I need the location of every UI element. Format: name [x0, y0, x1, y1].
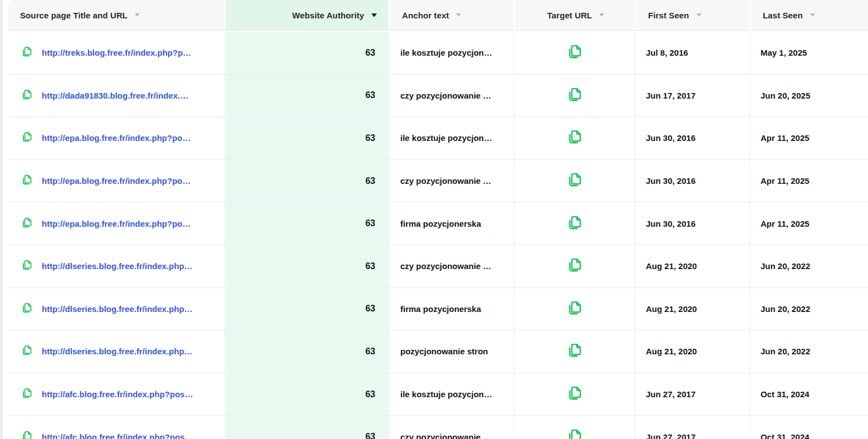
copy-source-url-button[interactable] — [21, 430, 33, 439]
first-seen-cell: Aug 21, 2020 — [635, 288, 749, 330]
copy-source-url-button[interactable] — [21, 217, 33, 231]
copy-pages-icon — [21, 131, 33, 145]
sort-arrow-icon-active — [371, 13, 377, 18]
source-url-cell: http://epa.blog.free.fr/index.php?po… — [8, 160, 224, 202]
table-body: http://treks.blog.free.fr/index.php?p… 6… — [8, 32, 868, 439]
copy-target-url-button[interactable] — [567, 385, 583, 403]
anchor-text-cell: firma pozycjonerska — [389, 288, 514, 330]
column-header-label: Website Authority — [292, 11, 364, 20]
sort-arrow-icon — [810, 13, 816, 17]
target-url-cell — [514, 75, 635, 117]
copy-pages-icon — [567, 129, 583, 147]
table-row: http://epa.blog.free.fr/index.php?po… 63… — [8, 117, 868, 160]
copy-target-url-button[interactable] — [567, 86, 583, 105]
first-seen-value: Jun 30, 2016 — [646, 133, 695, 143]
anchor-text-value: ile kosztuje pozycjon… — [400, 133, 492, 143]
website-authority-cell: 63 — [224, 288, 389, 330]
copy-source-url-button[interactable] — [21, 259, 33, 273]
anchor-text-cell: ile kosztuje pozycjon… — [389, 117, 514, 159]
table-row: http://epa.blog.free.fr/index.php?po… 63… — [8, 202, 868, 245]
column-header-label: Target URL — [547, 11, 592, 20]
website-authority-cell: 63 — [224, 117, 389, 159]
last-seen-cell: Apr 11, 2025 — [749, 160, 868, 202]
first-seen-cell: Jun 27, 2017 — [635, 416, 749, 439]
website-authority-cell: 63 — [224, 373, 389, 416]
column-header-first-seen[interactable]: First Seen — [635, 0, 749, 31]
copy-target-url-button[interactable] — [567, 428, 583, 439]
column-header-label: Last Seen — [763, 11, 803, 20]
first-seen-cell: Aug 21, 2020 — [635, 245, 749, 287]
anchor-text-value: czy pozycjonowanie … — [400, 176, 491, 186]
source-url-link[interactable]: http://dlseries.blog.free.fr/index.php… — [42, 261, 193, 271]
copy-pages-icon — [21, 174, 33, 188]
copy-target-url-button[interactable] — [567, 342, 583, 360]
source-url-link[interactable]: http://afc.blog.free.fr/index.php?pos… — [42, 432, 193, 439]
source-url-cell: http://dlseries.blog.free.fr/index.php… — [8, 330, 224, 373]
anchor-text-value: firma pozycjonerska — [400, 219, 481, 228]
source-url-link[interactable]: http://epa.blog.free.fr/index.php?po… — [42, 219, 191, 228]
copy-pages-icon — [567, 86, 583, 105]
anchor-text-cell: czy pozycjonowanie … — [389, 75, 514, 117]
copy-target-url-button[interactable] — [567, 300, 583, 318]
copy-target-url-button[interactable] — [567, 214, 583, 233]
copy-source-url-button[interactable] — [21, 131, 33, 145]
last-seen-cell: Apr 11, 2025 — [749, 202, 868, 245]
copy-source-url-button[interactable] — [21, 387, 33, 401]
first-seen-cell: Aug 21, 2020 — [635, 330, 749, 373]
source-url-link[interactable]: http://treks.blog.free.fr/index.php?p… — [42, 48, 191, 57]
source-url-link[interactable]: http://afc.blog.free.fr/index.php?pos… — [42, 389, 193, 399]
anchor-text-cell: czy pozycjonowanie … — [389, 160, 514, 202]
target-url-cell — [514, 117, 635, 159]
anchor-text-cell: ile kosztuje pozycjon… — [389, 32, 514, 74]
website-authority-value: 63 — [365, 218, 375, 228]
copy-pages-icon — [567, 172, 583, 190]
source-url-link[interactable]: http://epa.blog.free.fr/index.php?po… — [42, 133, 191, 143]
sort-arrow-icon — [455, 13, 462, 17]
source-url-cell: http://afc.blog.free.fr/index.php?pos… — [8, 416, 224, 439]
column-header-source-url[interactable]: Source page Title and URL — [8, 0, 224, 31]
anchor-text-value: czy pozycjonowanie … — [400, 432, 491, 439]
first-seen-cell: Jun 30, 2016 — [635, 202, 749, 245]
website-authority-value: 63 — [365, 261, 375, 271]
last-seen-value: Jun 20, 2022 — [761, 261, 810, 271]
copy-target-url-button[interactable] — [567, 257, 583, 275]
copy-pages-icon — [567, 385, 583, 403]
copy-pages-icon — [21, 430, 33, 439]
table-row: http://epa.blog.free.fr/index.php?po… 63… — [8, 160, 868, 203]
copy-source-url-button[interactable] — [21, 46, 33, 60]
last-seen-value: Oct 31, 2024 — [761, 432, 810, 439]
website-authority-value: 63 — [365, 432, 375, 439]
target-url-cell — [514, 245, 635, 287]
column-header-target-url[interactable]: Target URL — [514, 0, 635, 31]
copy-target-url-button[interactable] — [567, 129, 583, 147]
website-authority-value: 63 — [365, 48, 375, 58]
website-authority-value: 63 — [365, 176, 375, 186]
copy-target-url-button[interactable] — [567, 43, 583, 62]
website-authority-cell: 63 — [224, 32, 389, 74]
copy-pages-icon — [567, 214, 583, 233]
website-authority-cell: 63 — [224, 202, 389, 245]
copy-pages-icon — [21, 46, 33, 60]
copy-source-url-button[interactable] — [21, 302, 33, 316]
source-url-cell: http://dada91830.blog.free.fr/index.… — [8, 75, 224, 117]
first-seen-cell: Jun 17, 2017 — [635, 75, 749, 117]
source-url-link[interactable]: http://dlseries.blog.free.fr/index.php… — [42, 347, 193, 356]
last-seen-value: Jun 20, 2025 — [761, 91, 810, 100]
anchor-text-value: pozycjonowanie stron — [400, 347, 488, 356]
last-seen-value: Jun 20, 2022 — [761, 347, 810, 356]
copy-target-url-button[interactable] — [567, 172, 583, 190]
table-row: http://dlseries.blog.free.fr/index.php… … — [8, 330, 868, 373]
source-url-link[interactable]: http://dada91830.blog.free.fr/index.… — [42, 91, 188, 100]
copy-source-url-button[interactable] — [21, 174, 33, 188]
page-left-gutter — [0, 0, 3, 439]
website-authority-value: 63 — [365, 90, 375, 100]
copy-source-url-button[interactable] — [21, 344, 33, 358]
column-header-last-seen[interactable]: Last Seen — [749, 0, 868, 31]
column-header-website-authority[interactable]: Website Authority — [224, 0, 389, 31]
copy-source-url-button[interactable] — [21, 89, 33, 103]
anchor-text-cell: czy pozycjonowanie … — [389, 245, 514, 287]
source-url-link[interactable]: http://epa.blog.free.fr/index.php?po… — [42, 176, 191, 186]
last-seen-value: May 1, 2025 — [761, 48, 807, 57]
source-url-link[interactable]: http://dlseries.blog.free.fr/index.php… — [42, 304, 193, 314]
column-header-anchor-text[interactable]: Anchor text — [389, 0, 514, 31]
